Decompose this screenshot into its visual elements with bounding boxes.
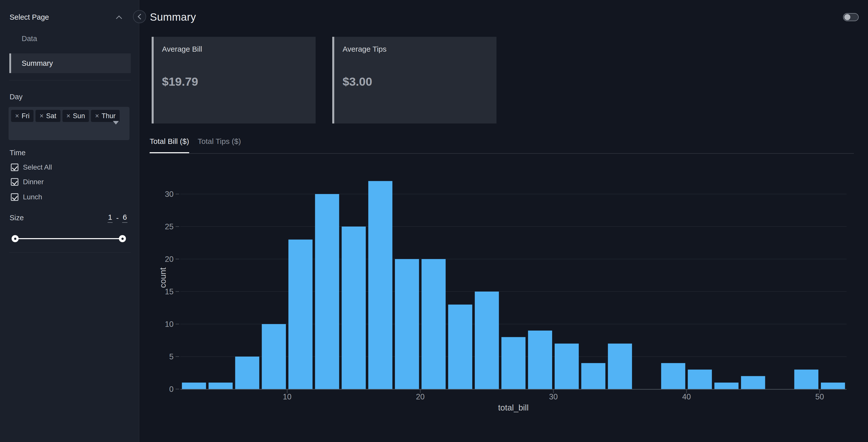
histogram-bar [555,344,579,389]
y-tick-label: 10 [165,320,174,329]
sidebar-item-summary[interactable]: Summary [9,53,131,73]
histogram-bar [475,292,499,389]
tabs-divider [150,153,854,154]
histogram-bar [395,259,419,389]
chip-label: Thur [101,112,116,120]
day-filter-label: Day [9,93,23,101]
histogram-svg: 0510152025301020304050total_billcount [139,156,868,442]
histogram-bar [182,383,206,389]
card-value: $19.79 [162,75,316,88]
x-tick-label: 10 [283,392,291,401]
x-tick-label: 50 [815,392,824,401]
x-axis-title: total_bill [498,403,528,412]
histogram-bar [262,324,286,389]
size-filter-row: Size 1 - 6 [9,213,127,223]
checkbox-label: Dinner [23,178,43,186]
y-tick-label: 15 [165,287,174,296]
average-bill-card: Average Bill $19.79 [152,37,316,123]
size-max-value[interactable]: 6 [122,213,127,223]
y-tick-label: 0 [169,385,174,393]
tab-total-bill[interactable]: Total Bill ($) [150,137,189,153]
size-min-value[interactable]: 1 [107,213,113,223]
checkbox-label: Select All [23,163,52,171]
chip-label: Fri [22,112,29,120]
toggle-knob-icon [844,14,850,20]
y-tick-label: 25 [165,222,174,231]
sidebar-item-label: Data [22,34,37,43]
remove-chip-icon[interactable]: × [15,112,19,120]
remove-chip-icon[interactable]: × [39,112,43,120]
slider-handle-min[interactable] [11,235,19,242]
histogram-bar [422,259,446,389]
day-chip-fri: × Fri [11,110,33,122]
x-tick-label: 30 [549,392,558,401]
theme-toggle[interactable] [843,13,859,21]
histogram-bar [315,194,339,389]
tab-total-tips[interactable]: Total Tips ($) [198,137,241,153]
day-chip-sun: × Sun [62,110,89,122]
chart-tabs: Total Bill ($) Total Tips ($) [150,137,241,153]
day-chip-thur: × Thur [91,110,119,122]
card-value: $3.00 [343,75,496,88]
dinner-checkbox[interactable] [11,178,19,186]
chevron-up-icon[interactable] [116,14,122,20]
histogram-bar [209,383,233,389]
checkbox-row-select-all: Select All [11,163,52,171]
x-tick-label: 20 [416,392,425,401]
sidebar-collapse-button[interactable] [133,10,146,23]
page-title: Summary [150,11,196,23]
day-multiselect[interactable]: × Fri × Sat × Sun × Thur [8,107,129,140]
slider-track[interactable] [15,238,123,239]
histogram-bar [688,370,712,389]
histogram-bar [821,383,845,389]
sidebar-divider [9,253,131,253]
histogram-bar [368,181,393,389]
sidebar-item-label: Summary [22,59,53,67]
remove-chip-icon[interactable]: × [66,112,70,120]
histogram-bar [501,337,526,389]
select-all-checkbox[interactable] [11,164,19,171]
time-filter-label: Time [9,149,26,157]
checkbox-row-lunch: Lunch [11,193,42,201]
size-range-values: 1 - 6 [107,213,127,223]
app-window: Select Page Data Summary Day × Fri × Sat… [0,0,868,442]
histogram-bar [608,344,632,389]
remove-chip-icon[interactable]: × [95,112,99,120]
sidebar: Select Page Data Summary Day × Fri × Sat… [0,0,139,442]
checkbox-row-dinner: Dinner [11,178,43,186]
histogram-bar [794,370,818,389]
size-range-slider[interactable] [11,235,126,242]
select-page-header: Select Page [9,13,130,22]
histogram-bar [714,383,739,389]
lunch-checkbox[interactable] [11,193,19,201]
card-title: Average Tips [343,45,496,53]
histogram-chart: 0510152025301020304050total_billcount [139,156,868,442]
select-page-label: Select Page [9,13,49,22]
day-chip-sat: × Sat [35,110,60,122]
histogram-bar [661,363,685,389]
histogram-bar [288,240,313,389]
chevron-down-icon[interactable] [113,121,119,124]
chip-label: Sat [46,112,56,120]
histogram-bar [741,376,765,389]
size-range-separator: - [116,214,119,222]
histogram-bar [581,363,606,389]
y-axis-title: count [158,268,167,288]
histogram-bar [342,227,366,389]
sidebar-item-data[interactable]: Data [9,29,131,49]
y-tick-label: 20 [165,255,174,264]
chip-label: Sun [73,112,85,120]
x-tick-label: 40 [682,392,691,401]
histogram-bar [528,331,552,389]
slider-handle-max[interactable] [119,235,126,242]
average-tips-card: Average Tips $3.00 [332,37,496,123]
y-tick-label: 5 [169,352,174,361]
size-filter-label: Size [9,214,24,222]
y-tick-label: 30 [165,190,174,199]
histogram-bar [235,357,259,389]
histogram-bar [448,305,472,389]
card-title: Average Bill [162,45,316,53]
checkbox-label: Lunch [23,193,42,201]
